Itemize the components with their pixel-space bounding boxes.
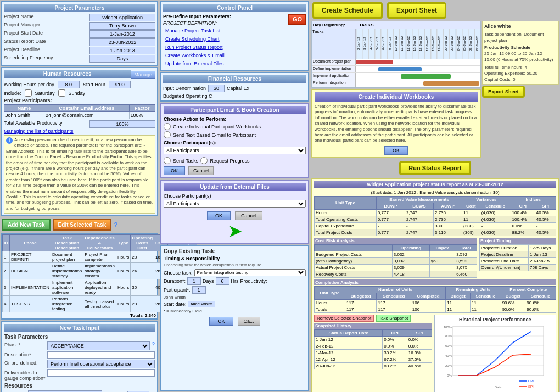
external-ok-row: OK Cancel: [164, 211, 306, 220]
gantt-date-cell: 9-Jan-12: [387, 29, 393, 59]
external-cancel-button[interactable]: Cancel: [235, 211, 262, 220]
participants-select[interactable]: All Participants: [164, 147, 306, 154]
menu-item-status[interactable]: Run Project Status Report: [163, 43, 286, 51]
alice-productivity-value: 25-Jan-12 09:00 to 25-Jan-12: [484, 51, 557, 57]
cost-risk-title: Cost Risk Analysis: [314, 238, 477, 244]
desc-input[interactable]: [47, 351, 155, 359]
mandatory-note: * = Mandatory Field: [164, 309, 306, 313]
phase-row: Phase* ACCEPTANCE ?: [4, 341, 155, 350]
gantt-date-cell: 17-Jan-12: [424, 29, 430, 59]
status-title: Widget Application project status report…: [314, 181, 556, 188]
gantt-area: Day Beginning: TASKS Tasks 2-Jan-123-Jan…: [311, 21, 481, 88]
email-cancel-button[interactable]: Cancel: [188, 166, 214, 175]
participant-name: John Smith: [4, 112, 44, 119]
denomination-input[interactable]: [208, 85, 225, 92]
gantt-date-cell: 13-Jan-12: [412, 29, 418, 59]
add-new-task-button[interactable]: Add New Task: [2, 219, 51, 231]
working-hours-input[interactable]: [58, 81, 80, 88]
schedule-header: Schedule: [480, 203, 511, 209]
sunday-checkbox[interactable]: [58, 89, 65, 97]
gantt-bar: [423, 81, 479, 86]
sunday-label: Sunday: [69, 91, 86, 96]
alice-productivity-label: Productivity Schedule: [484, 44, 557, 51]
total-label: Total Available Productivity: [4, 120, 62, 128]
menu-item-external[interactable]: Update from External Files: [163, 60, 286, 68]
saturday-checkbox[interactable]: [25, 89, 32, 97]
param-value-freq: Days: [89, 55, 155, 63]
participant-name-label: John Smith: [164, 295, 306, 300]
new-task-title: New Task Input: [4, 324, 155, 332]
task-cancel-button[interactable]: Ca...: [238, 317, 260, 326]
email-panel: Participant Email & Book Creation Choose…: [160, 103, 309, 178]
financial-panel: Financial Resources Input Denomination C…: [160, 72, 309, 102]
email-ok-button[interactable]: OK: [164, 166, 185, 175]
ca-budget-pct: Budget: [501, 293, 525, 299]
workbooks-ok-button[interactable]: OK: [384, 146, 408, 155]
gantt-date-cell: 26-Jan-12: [468, 29, 474, 59]
send-email-label: Send Text Based E-mail to Participant: [173, 132, 256, 138]
bcws-header: BCWS: [405, 203, 433, 209]
remove-snapshot-button[interactable]: Remove Selected Snapshot: [314, 315, 374, 322]
workbooks-popup: Create Individual Workbooks Creation of …: [311, 89, 481, 158]
participant-label: Participant*:: [164, 287, 191, 293]
desc-label: Description*: [4, 351, 46, 357]
choose-task-select[interactable]: Perform integration testing: [194, 269, 306, 276]
duration-hrs-input[interactable]: [216, 277, 229, 285]
gantt-date-cell: 23-Jan-12: [449, 29, 455, 59]
edit-selected-task-button[interactable]: Edit Selected Task: [53, 219, 112, 231]
help-icon[interactable]: ?: [114, 221, 117, 229]
completion-analysis-title: Completion Analysis: [314, 279, 556, 285]
start-date-row: Start date: Alice White: [164, 301, 306, 307]
green-arrow-icon: ➤: [228, 222, 241, 240]
table-row: John Smith 24 john@domain.com 100%: [4, 112, 155, 119]
menu-item-workbooks[interactable]: Create Workbooks & Email: [163, 52, 286, 59]
status-report-panel: Widget Application project status report…: [311, 178, 559, 392]
take-snapshot-button[interactable]: Take Snapshot: [376, 315, 411, 322]
manage-button[interactable]: Manage: [131, 71, 155, 79]
manage-list-link[interactable]: Managing the list of participants: [4, 128, 155, 134]
table-row: (with Contingency) 3,032 $60 3,592: [315, 257, 477, 264]
or-select[interactable]: Perform final operational acceptance: [47, 360, 155, 368]
tasks-label: TASKS: [359, 23, 374, 27]
request-progress-radio[interactable]: [200, 157, 208, 164]
ca-remaining: Remaining Units: [446, 286, 501, 293]
phase-help-icon[interactable]: ?: [152, 341, 155, 348]
external-ok-button[interactable]: OK: [207, 211, 231, 220]
param-value-deadline: 1-Jan-2013: [89, 47, 155, 54]
ev-header: Earned Value Measurements: [376, 196, 462, 203]
deliv-input[interactable]: [47, 369, 155, 377]
col-phase: Phase: [10, 235, 51, 251]
export-sheet-button2[interactable]: Export Sheet: [482, 86, 525, 98]
or-label: Or pre-defined:: [4, 360, 46, 366]
svg-text:60%: 60%: [445, 344, 452, 348]
gantt-date-cell: 25-Jan-12: [462, 29, 468, 59]
gantt-row: Implement application: [312, 73, 480, 80]
task-ok-button[interactable]: OK: [209, 317, 233, 326]
task-ok-row: OK Ca...: [164, 317, 306, 326]
duration-days-input[interactable]: [187, 277, 201, 285]
total-productivity-row: Total Available Productivity 100%: [4, 120, 155, 128]
send-tasks-radio[interactable]: [164, 157, 171, 164]
table-row: Total Project Costs 6,777 2,747 3,116 (3…: [315, 229, 556, 236]
idx-header: Indices: [511, 196, 556, 203]
go-button[interactable]: GO: [288, 14, 306, 25]
phase-select[interactable]: ACCEPTANCE: [47, 341, 150, 350]
create-schedule-button[interactable]: Create Schedule: [312, 2, 383, 19]
radio-create-individual[interactable]: [164, 123, 171, 130]
ok-cancel-row: OK Cancel: [164, 166, 306, 175]
financial-title: Financial Resources: [163, 75, 306, 83]
top-buttons-row: Create Schedule Export Sheet: [311, 1, 559, 20]
start-hour-input[interactable]: [109, 81, 131, 88]
total-value: 100%: [89, 120, 155, 128]
external-participants-select[interactable]: All Participants: [164, 200, 306, 208]
gantt-date-cell: 19-Jan-12: [436, 29, 443, 59]
participant-input[interactable]: [192, 286, 206, 294]
task-table-panel: ID Phase Task Description Description De…: [1, 233, 158, 320]
radio-create-workbooks: Create Individual Participant Workbooks: [164, 123, 306, 130]
menu-item-scheduling[interactable]: Create Scheduling Chart: [163, 35, 286, 43]
menu-item-task-list[interactable]: Manage Project Task List: [163, 27, 286, 35]
export-sheet-button[interactable]: Export Sheet: [387, 2, 446, 19]
acwp-header: ACWP: [433, 203, 462, 209]
run-status-button[interactable]: Run Status Report: [399, 161, 471, 175]
radio-send-email[interactable]: [164, 131, 171, 138]
